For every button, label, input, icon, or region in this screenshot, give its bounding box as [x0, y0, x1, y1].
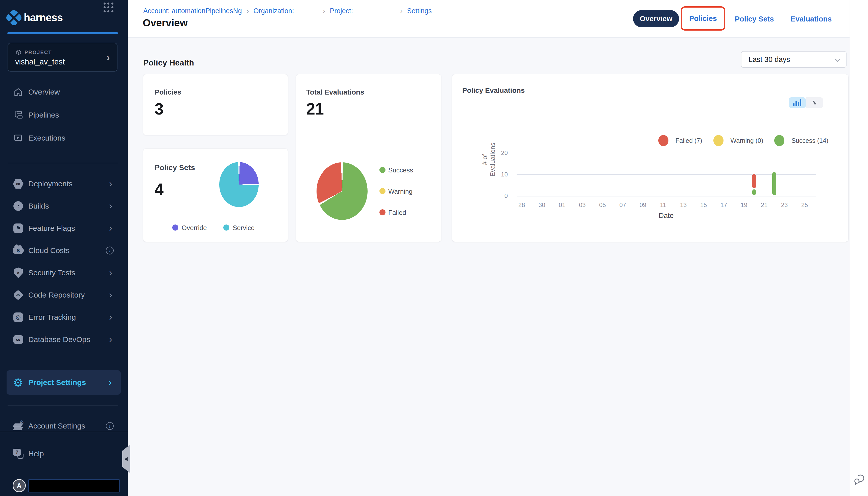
sidebar-item-error-tracking[interactable]: ◎ Error Tracking › [0, 310, 128, 325]
home-icon [13, 87, 24, 97]
success-legend-label: Success (14) [791, 137, 828, 144]
failed-legend-dot [658, 135, 669, 146]
policy-sets-count: 4 [155, 180, 163, 199]
tab-overview[interactable]: Overview [633, 10, 679, 27]
sidebar-divider [7, 405, 118, 405]
x-tick: 15 [700, 201, 707, 208]
project-selector-label: PROJECT [25, 49, 52, 56]
y-tick-0: 0 [493, 192, 508, 200]
x-tick: 07 [620, 201, 626, 208]
page-title: Overview [143, 17, 188, 29]
sidebar-item-pipelines[interactable]: Pipelines [0, 107, 128, 123]
harness-logo-icon [5, 9, 23, 27]
date-range-select[interactable]: Last 30 days [741, 51, 847, 68]
sidebar-item-database-devops[interactable]: ∞ Database DevOps › [0, 332, 128, 347]
sidebar-item-code-repository[interactable]: </> Code Repository › [0, 288, 128, 303]
sidebar-item-executions[interactable]: Executions [0, 130, 128, 145]
x-tick: 19 [741, 201, 748, 208]
line-chart-toggle-button[interactable] [806, 97, 823, 108]
sidebar-item-deployments[interactable]: ∞ Deployments › [0, 176, 128, 191]
sidebar-item-builds[interactable]: ◔ Builds › [0, 199, 128, 214]
project-selector[interactable]: PROJECT vishal_av_test › [7, 43, 117, 72]
pipelines-icon [13, 109, 24, 121]
bar-segment [772, 172, 776, 196]
breadcrumb-separator: › [400, 6, 402, 15]
info-icon[interactable]: i [106, 247, 114, 254]
chevron-right-icon: › [109, 334, 112, 345]
chevron-right-icon: › [109, 223, 112, 234]
main-content: Policy Health Last 30 days Policies 3 Po… [128, 38, 850, 496]
tab-policy-sets[interactable]: Policy Sets [734, 0, 774, 38]
policies-card-title: Policies [155, 88, 181, 96]
help-chat-icon: ? [13, 448, 24, 459]
sidebar-item-security-tests[interactable]: ⌕ Security Tests › [0, 265, 128, 280]
chevron-right-icon: › [109, 179, 112, 189]
deployments-icon: ∞ [13, 178, 24, 189]
tab-evaluations[interactable]: Evaluations [790, 0, 833, 38]
info-icon[interactable]: i [106, 422, 114, 430]
breadcrumb-account[interactable]: Account: automationPipelinesNg [143, 7, 242, 15]
x-tick: 25 [801, 201, 808, 208]
override-legend-label: Override [182, 224, 207, 232]
x-tick: 28 [518, 201, 525, 208]
warning-legend-dot [713, 135, 723, 146]
x-tick: 01 [559, 201, 566, 208]
cloud-costs-icon: $ [13, 245, 24, 256]
app-grid-icon[interactable] [103, 2, 114, 13]
chevron-right-icon: › [109, 201, 112, 211]
policy-sets-pie-chart [219, 162, 259, 207]
redacted-username [28, 479, 120, 493]
y-tick-20: 20 [493, 150, 508, 156]
gridline-0 [517, 196, 816, 197]
policy-evaluations-card: Policy Evaluations Failed (7) Warning (0… [452, 74, 848, 242]
harness-logo-text: harness [24, 12, 63, 24]
sidebar-accent-rule [7, 32, 118, 34]
x-tick: 17 [721, 201, 727, 208]
evaluations-pie-chart [317, 162, 368, 220]
sidebar-item-cloud-costs[interactable]: $ Cloud Costs i [0, 243, 128, 258]
user-avatar[interactable]: A [13, 479, 26, 492]
executions-icon [13, 133, 24, 144]
bar-segment [752, 189, 756, 196]
breadcrumb-separator: › [323, 6, 325, 15]
tab-policies-highlight-box[interactable]: Policies [681, 6, 725, 31]
sidebar-item-help[interactable]: ? Help [0, 446, 128, 461]
bar-chart-toggle-button[interactable] [789, 97, 806, 108]
failed-legend-dot [380, 209, 386, 215]
breadcrumb-organization[interactable]: Organization: [253, 7, 294, 15]
chevron-right-icon: › [109, 267, 112, 278]
cube-icon [16, 49, 22, 56]
total-evaluations-card: Total Evaluations 21 Success Warning Fai… [296, 74, 441, 242]
sidebar-item-account-settings[interactable]: ⚙ Account Settings i [0, 418, 128, 434]
x-tick: 03 [579, 201, 586, 208]
success-legend-label: Success [388, 166, 413, 174]
x-tick: 09 [640, 201, 646, 208]
chart-type-toggle [789, 97, 823, 108]
chevron-right-icon: › [109, 377, 112, 388]
x-tick: 11 [660, 201, 666, 208]
override-legend-dot [172, 224, 178, 231]
breadcrumb-project[interactable]: Project: [330, 7, 353, 15]
sidebar-item-feature-flags[interactable]: ⚑ Feature Flags › [0, 221, 128, 236]
chart-legend: Failed (7) Warning (0) Success (14) [658, 135, 828, 146]
policy-evaluations-card-title: Policy Evaluations [462, 87, 525, 95]
total-evaluations-count: 21 [306, 99, 324, 118]
sidebar-item-project-settings[interactable]: ⚙ Project Settings › [6, 370, 121, 394]
breadcrumb: Account: automationPipelinesNg › Organiz… [143, 6, 432, 15]
sidebar-item-overview[interactable]: Overview [0, 84, 128, 99]
code-repository-icon: </> [13, 290, 24, 300]
error-tracking-icon: ◎ [13, 312, 24, 323]
failed-legend-label: Failed (7) [675, 137, 702, 144]
x-tick: 21 [761, 201, 768, 208]
feature-flags-icon: ⚑ [13, 223, 24, 234]
support-chat-icon[interactable] [853, 473, 866, 486]
project-selector-value: vishal_av_test [15, 57, 65, 66]
account-settings-icon: ⚙ [13, 420, 24, 432]
chevron-down-icon [835, 57, 840, 62]
breadcrumb-settings[interactable]: Settings [407, 7, 432, 15]
y-tick-10: 10 [493, 171, 508, 178]
chevron-right-icon: › [109, 290, 112, 300]
warning-legend-dot [380, 188, 386, 194]
gear-icon: ⚙ [13, 376, 23, 389]
tab-policies[interactable]: Policies [689, 14, 717, 23]
